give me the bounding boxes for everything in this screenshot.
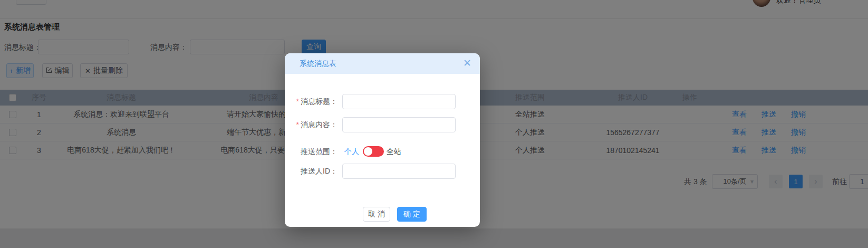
confirm-button[interactable]: 确 定 [397,207,427,222]
dialog-title-input[interactable] [342,94,456,109]
scope-option-personal[interactable]: 个人 [344,144,359,159]
close-icon[interactable]: ✕ [463,58,471,70]
dialog-field-scope: 推送范围： 个人 全站 [285,144,480,159]
scope-toggle[interactable] [363,146,384,157]
dialog-scope-label: 推送范围： [285,144,337,159]
dialog-title-label: 消息标题： [301,97,337,106]
dialog-header: 系统消息表 ✕ [285,53,480,74]
dialog-pusher-label: 推送人ID： [285,164,337,179]
dialog-pusher-input[interactable] [342,164,456,179]
scope-option-sitewide[interactable]: 全站 [387,144,401,159]
required-asterisk: * [296,120,299,129]
system-message-dialog: 系统消息表 ✕ *消息标题： *消息内容： 推送范围： 个人 全站 推送人ID：… [285,53,480,227]
dialog-field-pusher: 推送人ID： [285,164,480,179]
dialog-field-title: *消息标题： [285,94,480,109]
dialog-field-content: *消息内容： [285,117,480,132]
required-asterisk: * [296,97,299,106]
dialog-content-label: 消息内容： [301,120,337,129]
dialog-content-input[interactable] [342,117,456,132]
app-window: 欢迎！管理员 系统消息表管理 消息标题： 消息内容： 查询 + 新增 编辑 ✕ … [0,0,868,248]
cancel-button[interactable]: 取 消 [363,207,390,222]
toggle-knob [364,147,372,156]
dialog-title: 系统消息表 [300,53,336,74]
